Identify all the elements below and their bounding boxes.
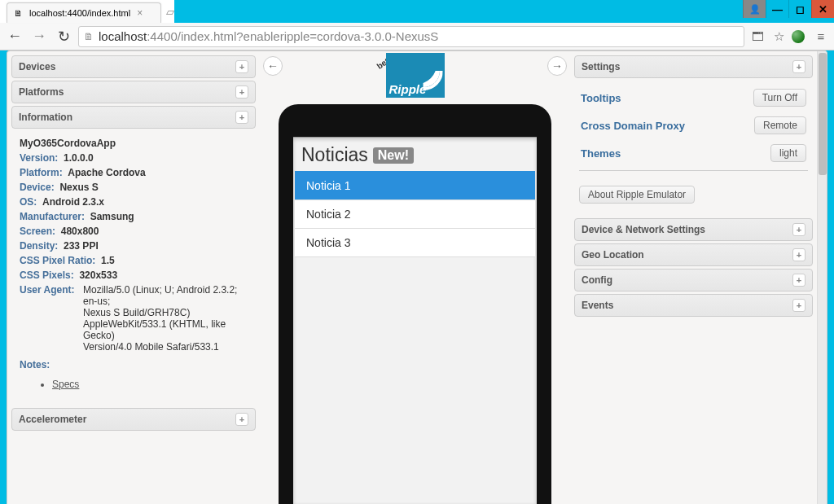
forward-button[interactable]: → <box>29 28 49 45</box>
url-host: localhost <box>99 29 147 43</box>
device-key: Device: <box>20 182 55 193</box>
back-button[interactable]: ← <box>5 28 24 45</box>
close-window-button[interactable]: ✕ <box>811 0 834 18</box>
window-controls: 👤 — ◻ ✕ <box>743 0 834 23</box>
globe-icon[interactable] <box>792 30 808 43</box>
app-name: MyO365CordovaApp <box>20 138 248 149</box>
screen-value: 480x800 <box>61 226 99 237</box>
settings-header[interactable]: Settings+ <box>574 55 813 78</box>
ripple-logo: Ripple <box>386 53 445 98</box>
address-bar[interactable]: 🗎 localhost:4400/index.html?enableripple… <box>78 26 744 47</box>
ua-line: Version/4.0 Mobile Safari/533.1 <box>83 341 248 353</box>
pixels-value: 320x533 <box>79 270 117 281</box>
geo-location-header[interactable]: Geo Location+ <box>574 243 813 266</box>
expand-icon[interactable]: + <box>792 299 805 312</box>
tooltips-row: Tooltips Turn Off <box>579 84 808 112</box>
density-key: Density: <box>20 240 58 252</box>
events-header[interactable]: Events+ <box>574 294 813 317</box>
translate-icon[interactable]: 🗔 <box>749 29 766 43</box>
minimize-button[interactable]: — <box>766 0 788 18</box>
ratio-key: CSS Pixel Ratio: <box>20 255 95 266</box>
expand-icon[interactable]: + <box>235 413 248 426</box>
user-icon[interactable]: 👤 <box>743 0 766 18</box>
manufacturer-value: Samsung <box>90 211 134 222</box>
ripple-bar: ← beta Ripple → <box>260 51 570 98</box>
information-header[interactable]: Information+ <box>11 106 256 129</box>
expand-icon[interactable]: + <box>792 60 805 73</box>
tooltips-label[interactable]: Tooltips <box>581 92 621 104</box>
themes-label[interactable]: Themes <box>581 147 621 160</box>
scrollbar[interactable] <box>817 51 827 504</box>
list-item[interactable]: Noticia 1 <box>295 171 535 199</box>
devices-header[interactable]: Devices+ <box>11 55 256 78</box>
scroll-thumb[interactable] <box>819 53 827 175</box>
proxy-button[interactable]: Remote <box>754 116 806 134</box>
collapse-right-button[interactable]: → <box>547 56 567 76</box>
os-value: Android 2.3.x <box>42 196 104 208</box>
new-badge: New! <box>373 147 414 164</box>
version-value: 1.0.0.0 <box>64 152 94 164</box>
themes-button[interactable]: light <box>770 144 806 162</box>
platform-value: Apache Cordova <box>68 167 145 178</box>
ua-line: AppleWebKit/533.1 (KHTML, like Gecko) <box>83 318 248 341</box>
platforms-header[interactable]: Platforms+ <box>11 81 256 103</box>
tab-strip: 🗎 localhost:4400/index.html × ▱ <box>0 0 174 23</box>
app-title: Noticias <box>301 144 368 166</box>
expand-icon[interactable]: + <box>235 111 248 124</box>
expand-icon[interactable]: + <box>792 248 805 261</box>
accelerometer-header[interactable]: Accelerometer+ <box>11 408 256 431</box>
ua-value: Mozilla/5.0 (Linux; U; Android 2.3.2; en… <box>83 284 248 353</box>
close-tab-icon[interactable]: × <box>137 7 143 19</box>
themes-row: Themes light <box>579 139 808 167</box>
expand-icon[interactable]: + <box>235 85 248 99</box>
settings-body: Tooltips Turn Off Cross Domain Proxy Rem… <box>574 81 813 218</box>
specs-link[interactable]: Specs <box>52 379 248 390</box>
ratio-value: 1.5 <box>101 255 115 266</box>
right-panel: Settings+ Tooltips Turn Off Cross Domain… <box>570 51 817 504</box>
pixels-key: CSS Pixels: <box>20 270 74 281</box>
about-button[interactable]: About Ripple Emulator <box>579 186 695 204</box>
url-path: :4400/index.html?enableripple=cordova-3.… <box>147 29 438 43</box>
titlebar: 🗎 localhost:4400/index.html × ▱ 👤 — ◻ ✕ <box>0 0 834 23</box>
device-value: Nexus S <box>59 182 98 193</box>
device-network-label: Device & Network Settings <box>582 224 705 235</box>
new-tab-button[interactable]: ▱ <box>166 6 174 18</box>
app-header: Noticias New! <box>295 144 535 171</box>
page-content: Devices+ Platforms+ Information+ MyO365C… <box>7 50 827 504</box>
expand-icon[interactable]: + <box>792 274 805 287</box>
tab-title: localhost:4400/index.html <box>29 8 130 18</box>
reload-button[interactable]: ↻ <box>54 28 73 46</box>
events-label: Events <box>582 300 613 311</box>
config-header[interactable]: Config+ <box>574 269 813 291</box>
page-icon: 🗎 <box>84 31 94 42</box>
proxy-row: Cross Domain Proxy Remote <box>579 112 808 139</box>
tooltips-button[interactable]: Turn Off <box>753 89 806 107</box>
maximize-button[interactable]: ◻ <box>788 0 811 18</box>
expand-icon[interactable]: + <box>235 60 248 73</box>
settings-label: Settings <box>582 61 620 72</box>
proxy-label[interactable]: Cross Domain Proxy <box>581 120 685 132</box>
bookmark-icon[interactable]: ☆ <box>770 29 787 44</box>
devices-label: Devices <box>19 61 55 72</box>
browser-tab[interactable]: 🗎 localhost:4400/index.html × <box>7 2 161 23</box>
information-label: Information <box>19 112 72 123</box>
version-key: Version: <box>20 152 58 164</box>
device-network-header[interactable]: Device & Network Settings+ <box>574 218 813 241</box>
device-screen: Noticias New! Noticia 1 Noticia 2 Notici… <box>293 137 537 504</box>
menu-icon[interactable]: ≡ <box>813 29 829 43</box>
information-body: MyO365CordovaApp Version: 1.0.0.0 Platfo… <box>11 131 256 408</box>
ua-key: User Agent: <box>20 284 83 296</box>
platform-key: Platform: <box>20 167 63 178</box>
screen-key: Screen: <box>20 226 55 237</box>
left-panel: Devices+ Platforms+ Information+ MyO365C… <box>7 51 260 504</box>
device-frame: Noticias New! Noticia 1 Noticia 2 Notici… <box>279 104 551 504</box>
browser-toolbar: ← → ↻ 🗎 localhost:4400/index.html?enable… <box>0 23 834 50</box>
separator <box>579 170 808 171</box>
list-item[interactable]: Noticia 2 <box>295 199 535 228</box>
expand-icon[interactable]: + <box>792 223 805 236</box>
list-item[interactable]: Noticia 3 <box>295 228 535 257</box>
center-panel: ← beta Ripple → Noticias New! Noticia 1 … <box>260 51 570 504</box>
ripple-wave-icon <box>409 56 441 81</box>
collapse-left-button[interactable]: ← <box>263 56 283 76</box>
ua-line: Mozilla/5.0 (Linux; U; Android 2.3.2; en… <box>83 284 248 307</box>
